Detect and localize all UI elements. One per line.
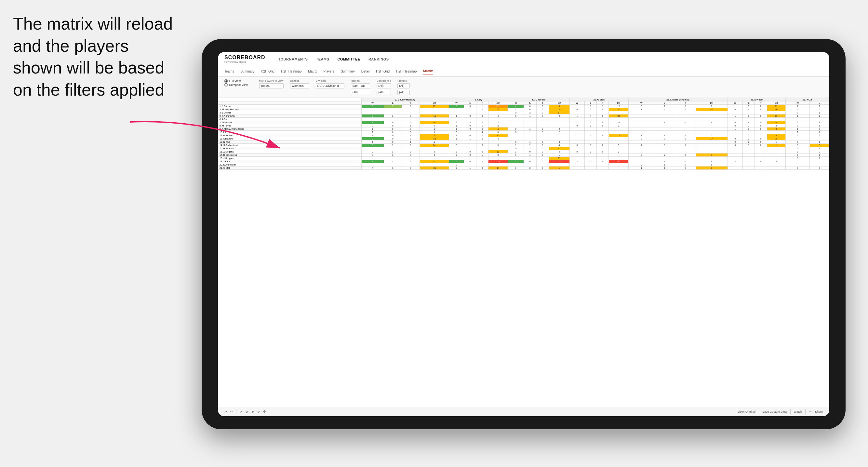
table-row: 16. X Mcgaha 2105 30011 1005 0103 00 <box>218 150 829 154</box>
table-row: 19. J Kanh 31013 400-20 100-31 210-12 01… <box>218 160 829 163</box>
save-custom-button[interactable]: Save Custom View <box>762 410 787 413</box>
share-button[interactable]: Share <box>815 410 823 413</box>
table-row: 3. S Jelinek 02017 01 <box>218 111 829 115</box>
scoreboard-logo: SCOREBOARD Powered by clippd <box>224 55 266 63</box>
sh-d6: Dif <box>767 101 785 105</box>
nav-menu: TOURNAMENTS TEAMS COMMITTEE RANKINGS <box>278 56 389 62</box>
gender-label: Gender <box>290 80 309 82</box>
player-name: 20. E Andersson <box>218 163 362 166</box>
tablet-screen: SCOREBOARD Powered by clippd TOURNAMENTS… <box>218 52 829 416</box>
subnav-h2hgrid1[interactable]: H2H Grid <box>261 69 275 74</box>
full-view-radio[interactable] <box>224 80 228 83</box>
more-options-button[interactable]: ⋯ <box>809 410 812 413</box>
full-view-option[interactable]: Full View <box>224 80 248 83</box>
region-value[interactable]: East - DII <box>351 83 370 89</box>
gender-value[interactable]: Women's <box>290 83 309 89</box>
players-label: Players <box>397 80 410 82</box>
nav-bar: SCOREBOARD Powered by clippd TOURNAMENTS… <box>218 52 829 66</box>
toolbar-divider-1 <box>236 409 237 414</box>
col-header-7: 60. W Za <box>786 98 829 101</box>
sh-l3: L <box>524 101 536 105</box>
players-value[interactable]: (All) <box>397 83 410 89</box>
compact-view-radio[interactable] <box>224 83 228 87</box>
sh-l6: L <box>743 101 755 105</box>
settings-button[interactable]: ⚙ <box>246 410 248 413</box>
table-row: 13. N Klug 101-2 0103 0201 01 <box>218 141 829 144</box>
subnav-summary1[interactable]: Summary <box>240 69 254 74</box>
sh-t2: T <box>476 101 488 105</box>
col-header-1: 2. M Kelly Mulcahy <box>361 98 449 101</box>
subnav-h2hheatmap1[interactable]: H2H Heatmap <box>281 69 302 74</box>
filter-bar: Full View Compact View Max players in vi… <box>218 77 829 98</box>
sh-t3: T <box>536 101 549 105</box>
conference-all[interactable]: (All) <box>377 90 391 95</box>
table-row: 21. O Stoll 410-31 21014 1201 1109 03 <box>218 166 829 170</box>
nav-teams[interactable]: TEAMS <box>316 56 329 62</box>
undo-button[interactable]: ↩ <box>224 410 227 413</box>
conference-value[interactable]: (All) <box>377 83 391 89</box>
refresh-button[interactable]: ⟳ <box>240 410 242 413</box>
col-header-5: 23. L Marie Schumac. <box>629 98 728 101</box>
timer-button[interactable]: ⏱ <box>263 410 266 413</box>
max-players-filter: Max players in view Top 25 <box>259 80 284 89</box>
col-header-2: 6. A Dy <box>449 98 508 101</box>
subnav-players[interactable]: Players <box>323 69 334 74</box>
sh-w5: W <box>629 101 654 105</box>
table-row: 7. O Mitchell 30018 2202 120-4 0104 0402… <box>218 121 829 124</box>
max-players-value[interactable]: Top 25 <box>259 83 284 89</box>
sh-w6: W <box>727 101 742 105</box>
sh-t6: T <box>755 101 767 105</box>
sh-d4: Dif <box>609 101 629 105</box>
redo-button[interactable]: ↪ <box>230 410 233 413</box>
table-row: 11. G Woods 1014 10011 10014 3140 1724 0… <box>218 134 829 137</box>
watch-button[interactable]: Watch <box>794 410 802 413</box>
division-label: Division <box>316 80 344 82</box>
subnav-h2hheatmap2[interactable]: H2H Heatmap <box>396 69 416 74</box>
sh-l5: L <box>654 101 675 105</box>
region-all[interactable]: (All) <box>351 90 370 95</box>
subnav-teams[interactable]: Teams <box>224 69 234 74</box>
table-row: 1. J Garcia 31027 301-11 4000 11110 0106… <box>218 105 829 108</box>
players-all[interactable]: (All) <box>397 90 410 95</box>
sh-w3: W <box>508 101 524 105</box>
subheader-empty <box>218 101 362 105</box>
sh-w4: W <box>569 101 584 105</box>
sh-l7: L <box>810 101 829 105</box>
zoom-in-button[interactable]: ⊕ <box>251 410 254 413</box>
subnav-h2hgrid2[interactable]: H2H Grid <box>376 69 390 74</box>
sh-w1: W <box>361 101 384 105</box>
sh-t5: T <box>675 101 695 105</box>
table-row: 8. M Torres 0010 1012 0103 0108 01 <box>218 124 829 127</box>
nav-committee[interactable]: COMMITTEE <box>337 56 360 62</box>
nav-rankings[interactable]: RANKINGS <box>369 56 389 62</box>
conference-label: Conference <box>377 80 391 82</box>
subnav-detail[interactable]: Detail <box>361 69 370 74</box>
subnav-matrix1[interactable]: Matrix <box>308 69 317 74</box>
sh-l1: L <box>384 101 402 105</box>
sh-d3: Dif <box>549 101 569 105</box>
table-row: 9. A Maria Jimenez Rios 1001 100-7 0102 … <box>218 127 829 131</box>
sh-t4: T <box>597 101 609 105</box>
compact-view-option[interactable]: Compact View <box>224 83 248 87</box>
sh-d1: Dif <box>420 101 449 105</box>
subnav-matrix2[interactable]: Matrix <box>423 68 433 74</box>
nav-tournaments[interactable]: TOURNAMENTS <box>278 56 308 62</box>
toolbar-divider-4 <box>805 409 806 414</box>
zoom-out-button[interactable]: ⊖ <box>257 410 260 413</box>
region-filter: Region East - DII (All) <box>351 80 370 95</box>
full-view-label: Full View <box>229 80 241 83</box>
division-value[interactable]: NCAA Division II <box>316 83 344 89</box>
table-row: 18. J Hodgson 11 01 <box>218 157 829 160</box>
subnav-summary2[interactable]: Summary <box>341 69 355 74</box>
sh-d2: Dif <box>488 101 508 105</box>
sh-l2: L <box>464 101 476 105</box>
col-header-3: 11. G Woods <box>508 98 569 101</box>
gender-filter: Gender Women's <box>290 80 309 89</box>
col-header-6: 38. A Webb <box>727 98 785 101</box>
tablet-device: SCOREBOARD Powered by clippd TOURNAMENTS… <box>202 39 845 429</box>
player-name: 18. J Hodgson <box>218 157 362 160</box>
table-row: 17. D Ballesteros 3105 2010 1101 0207 01 <box>218 154 829 157</box>
table-row: 10. L Perini 1005 3140 0102 11 <box>218 131 829 134</box>
view-original-button[interactable]: View: Original <box>738 410 755 413</box>
table-row: 6. A Dy <box>218 118 829 121</box>
